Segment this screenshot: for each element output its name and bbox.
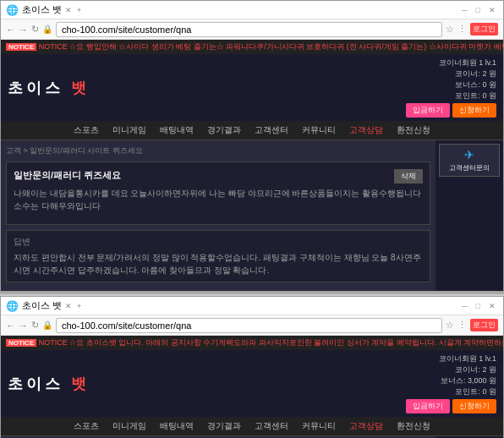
delete-button-1[interactable]: 삭제 bbox=[394, 169, 423, 183]
nav-community-1[interactable]: 커뮤니티 bbox=[302, 124, 336, 136]
post-box-1: 삭제 일반문의/패러디 퀴즈세요 나왜이는 내담을통시카를 데요 오늘사이하면자… bbox=[6, 162, 430, 225]
nav-results-2[interactable]: 경기결과 bbox=[207, 420, 241, 432]
deposit-button-2[interactable]: 입금하기 bbox=[406, 399, 450, 413]
nav-betting-1[interactable]: 배팅내역 bbox=[160, 124, 194, 136]
close-tab-icon[interactable]: ✕ bbox=[65, 6, 72, 14]
minimize-icon[interactable]: ─ bbox=[459, 6, 469, 14]
site-header-2: 초이스 뱃 코이너회원 1 lv.1 코이너: 2 원 보너스: 3,000 원… bbox=[1, 350, 503, 417]
close-icon-2[interactable]: ✕ bbox=[486, 302, 498, 310]
bookmark-icon-1[interactable]: ☆ bbox=[446, 24, 454, 35]
user-cash-1: 코이너: 2 원 bbox=[439, 68, 496, 79]
nav-community-2[interactable]: 커뮤니티 bbox=[302, 420, 336, 432]
close-tab-icon-2[interactable]: ✕ bbox=[65, 302, 72, 310]
notice-bar-2: NOTICE NOTICE ☆요 초이스뱃 입니다. 아래의 공지사항 수기게팩… bbox=[1, 336, 503, 350]
deposit-button-1[interactable]: 입금하기 bbox=[406, 103, 450, 118]
bookmark-icon-2[interactable]: ☆ bbox=[446, 320, 454, 331]
maximize-icon-2[interactable]: □ bbox=[474, 302, 483, 310]
new-tab-icon-2[interactable]: + bbox=[77, 302, 81, 310]
header-buttons-1: 입금하기 신청하기 bbox=[406, 103, 496, 118]
user-info-1: 코이너회원 1 lv.1 코이너: 2 원 보너스: 0 원 포인트: 0 원 bbox=[439, 57, 496, 101]
menu-icon-1[interactable]: ⋮ bbox=[457, 24, 467, 35]
main-content-1: 고객 > 일반문의/패러디 사이트 퀴즈세요 삭제 일반문의/패러디 퀴즈세요 … bbox=[1, 140, 436, 291]
header-right-1: 코이너회원 1 lv.1 코이너: 2 원 보너스: 0 원 포인트: 0 원 … bbox=[406, 57, 496, 118]
customer-service-text-1: 고객센터문의 bbox=[443, 163, 496, 172]
breadcrumb-1: 고객 > 일반문의/패러디 사이트 퀴즈세요 bbox=[6, 145, 430, 156]
forward-button-1[interactable]: → bbox=[19, 25, 28, 35]
reply-box-1: 답변 지하도 편안합시 전부 문제/가려서의 정말 많이 적용할수업습니다. 패… bbox=[6, 230, 430, 282]
user-point-1: 포인트: 0 원 bbox=[439, 90, 496, 101]
header-right-2: 코이너회원 1 lv.1 코이너: 2 원 보너스: 3,000 원 포인트: … bbox=[406, 353, 496, 413]
nav-customer-2[interactable]: 고객센터 bbox=[255, 420, 288, 432]
nav-sports-2[interactable]: 스포츠 bbox=[74, 420, 99, 432]
site-content-1: NOTICE NOTICE ☆요 빵입안해 ☆사이다 생리가 베팅 즐기는☆ 파… bbox=[1, 40, 503, 291]
reply-body-1: 지하도 편안합시 전부 문제/가려서의 정말 많이 적용할수업습니다. 패팅결과… bbox=[14, 251, 423, 276]
nav-exchange-1[interactable]: 환전신청 bbox=[397, 124, 430, 136]
nav-minigame-1[interactable]: 미니게임 bbox=[112, 124, 146, 136]
user-level-1: 코이너회원 1 lv.1 bbox=[439, 57, 496, 68]
notice-text-2: NOTICE ☆요 초이스뱃 입니다. 아래의 공지사항 수기게팩도라파 파사익… bbox=[39, 338, 503, 347]
nav-sports-1[interactable]: 스포츠 bbox=[74, 124, 99, 136]
extension-icon-1[interactable]: 로그인 bbox=[470, 23, 498, 36]
refresh-button-2[interactable]: ↻ bbox=[31, 320, 39, 331]
minimize-icon-2[interactable]: ─ bbox=[459, 302, 469, 310]
close-icon[interactable]: ✕ bbox=[486, 6, 498, 14]
menu-icon-2[interactable]: ⋮ bbox=[457, 320, 467, 331]
address-input-2[interactable] bbox=[56, 318, 442, 333]
nav-results-1[interactable]: 경기결과 bbox=[207, 124, 241, 136]
title-bar-2: 🌐 초이스 뱃 ✕ + ─ □ ✕ bbox=[1, 297, 503, 315]
extension-icon-2[interactable]: 로그인 bbox=[470, 319, 498, 331]
user-bonus-1: 보너스: 0 원 bbox=[439, 79, 496, 90]
refresh-button-1[interactable]: ↻ bbox=[31, 24, 39, 35]
site-logo-2: 초이스 뱃 bbox=[8, 374, 90, 394]
exchange-button-1[interactable]: 신청하기 bbox=[452, 103, 496, 118]
lock-icon-2: 🔒 bbox=[42, 320, 52, 330]
site-nav-1: 스포츠 미니게임 배팅내역 경기결과 고객센터 커뮤니티 고객상담 환전신청 bbox=[1, 121, 503, 140]
back-button-1[interactable]: ← bbox=[6, 25, 15, 35]
window-gap bbox=[0, 292, 504, 294]
site-logo-1: 초이스 뱃 bbox=[8, 78, 90, 98]
lock-icon-1: 🔒 bbox=[42, 25, 52, 34]
nav-customer-1[interactable]: 고객센터 bbox=[255, 124, 288, 136]
address-bar-2: ← → ↻ 🔒 ☆ ⋮ 로그인 bbox=[1, 315, 503, 336]
content-wrapper-1: 고객 > 일반문의/패러디 사이트 퀴즈세요 삭제 일반문의/패러디 퀴즈세요 … bbox=[1, 140, 503, 291]
title-bar-1: 🌐 초이스 뱃 ✕ + ─ □ ✕ bbox=[1, 1, 503, 19]
user-level-2: 코이너회원 1 lv.1 bbox=[439, 353, 496, 364]
reply-label-1: 답변 bbox=[14, 236, 423, 248]
forward-button-2[interactable]: → bbox=[19, 320, 28, 331]
user-bonus-2: 보너스: 3,000 원 bbox=[439, 375, 496, 386]
browser-window-2: 🌐 초이스 뱃 ✕ + ─ □ ✕ ← → ↻ 🔒 ☆ ⋮ 로그인 NOTICE… bbox=[0, 296, 504, 438]
user-info-2: 코이너회원 1 lv.1 코이너: 2 원 보너스: 3,000 원 포인트: … bbox=[439, 353, 496, 397]
customer-service-widget-1[interactable]: ✈ 고객센터문의 bbox=[439, 144, 500, 177]
window-title-1: 초이스 뱃 bbox=[22, 3, 62, 16]
new-tab-icon[interactable]: + bbox=[77, 6, 81, 14]
exchange-button-2[interactable]: 신청하기 bbox=[452, 399, 496, 413]
notice-text-1: NOTICE ☆요 빵입안해 ☆사이다 생리가 베팅 즐기는☆ 파워냐다쿠/가니… bbox=[39, 42, 503, 51]
nav-qna-2[interactable]: 고객상담 bbox=[349, 420, 383, 432]
maximize-icon[interactable]: □ bbox=[474, 6, 483, 14]
browser-logo-2: 🌐 bbox=[6, 300, 19, 312]
nav-minigame-2[interactable]: 미니게임 bbox=[112, 420, 146, 432]
back-button-2[interactable]: ← bbox=[6, 320, 15, 331]
nav-qna-1[interactable]: 고객상담 bbox=[349, 124, 383, 136]
window-title-2: 초이스 뱃 bbox=[22, 299, 62, 312]
sidebar-right-1: ✈ 고객센터문의 bbox=[436, 140, 503, 291]
post-body-1: 나왜이는 내담을통시카를 데요 오늘사이하면자위에 나는 빠담 야므리근에 바른… bbox=[14, 187, 423, 212]
user-point-2: 포인트: 0 원 bbox=[439, 386, 496, 397]
nav-betting-2[interactable]: 배팅내역 bbox=[160, 420, 194, 432]
telegram-icon-1: ✈ bbox=[443, 148, 496, 162]
address-bar-1: ← → ↻ 🔒 ☆ ⋮ 로그인 bbox=[1, 19, 503, 40]
nav-exchange-2[interactable]: 환전신청 bbox=[397, 420, 430, 432]
header-buttons-2: 입금하기 신청하기 bbox=[406, 399, 496, 413]
browser-window-1: 🌐 초이스 뱃 ✕ + ─ □ ✕ ← → ↻ 🔒 ☆ ⋮ 로그인 NOTICE… bbox=[0, 0, 504, 292]
site-header-1: 초이스 뱃 코이너회원 1 lv.1 코이너: 2 원 보너스: 0 원 포인트… bbox=[1, 54, 503, 121]
post-title-1: 일반문의/패러디 퀴즈세요 bbox=[14, 169, 423, 182]
site-nav-2: 스포츠 미니게임 배팅내역 경기결과 고객센터 커뮤니티 고객상담 환전신청 bbox=[1, 417, 503, 436]
browser-logo-1: 🌐 bbox=[6, 4, 19, 16]
notice-bar-1: NOTICE NOTICE ☆요 빵입안해 ☆사이다 생리가 베팅 즐기는☆ 파… bbox=[1, 40, 503, 54]
user-cash-2: 코이너: 2 원 bbox=[439, 364, 496, 375]
address-input-1[interactable] bbox=[56, 22, 442, 37]
site-content-2: NOTICE NOTICE ☆요 초이스뱃 입니다. 아래의 공지사항 수기게팩… bbox=[1, 336, 503, 438]
